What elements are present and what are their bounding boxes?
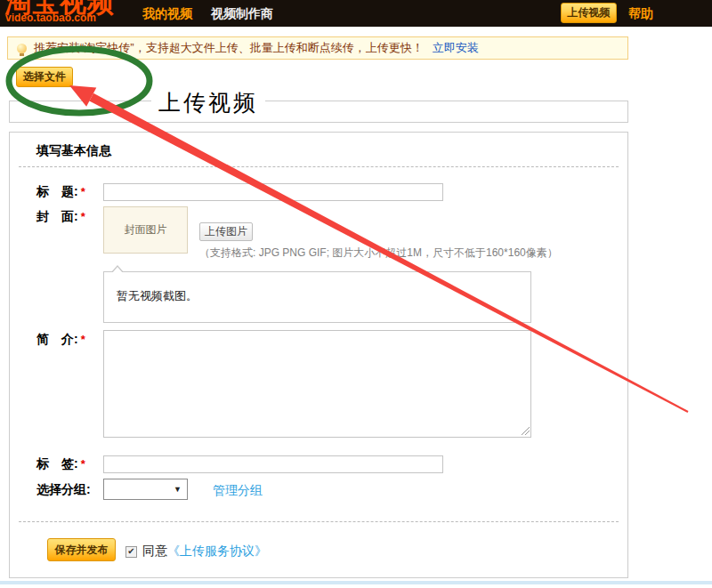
nav-item-my-videos[interactable]: 我的视频 <box>142 6 192 22</box>
chevron-down-icon: ▼ <box>174 485 182 494</box>
required-asterisk: * <box>81 457 85 471</box>
required-asterisk: * <box>81 185 85 198</box>
save-publish-button[interactable]: 保存并发布 <box>47 538 116 561</box>
manage-groups-link[interactable]: 管理分组 <box>213 483 263 499</box>
group-select[interactable]: ▼ <box>103 479 188 500</box>
description-textarea[interactable] <box>103 330 531 438</box>
top-nav: 淘宝视频 video.taobao.com 我的视频 视频制作商 上传视频 帮助 <box>0 0 712 27</box>
site-logo-subtitle: video.taobao.com <box>5 12 96 24</box>
lightbulb-icon <box>17 44 27 53</box>
upload-agreement-link[interactable]: 《上传服务协议》 <box>167 544 267 560</box>
tags-input[interactable] <box>103 455 443 473</box>
required-asterisk: * <box>81 210 85 223</box>
upload-video-button[interactable]: 上传视频 <box>561 3 617 23</box>
site-logo[interactable]: 淘宝视频 video.taobao.com <box>4 0 137 27</box>
notice-bar: 推荐安装“淘宝快传”，支持超大文件上传、批量上传和断点续传，上传更快！ 立即安装 <box>7 36 628 60</box>
section-title: 填写基本信息 <box>36 143 111 159</box>
agreement-row: ✔ 同意 《上传服务协议》 <box>125 544 267 560</box>
nav-item-video-makers[interactable]: 视频制作商 <box>211 6 273 22</box>
video-screenshot-box: 暂无视频截图。 <box>103 271 531 323</box>
page-title: 上传视频 <box>151 88 265 117</box>
page-title-box <box>9 101 628 123</box>
cover-label: 封 面:* <box>36 209 85 225</box>
tags-label: 标 签:* <box>36 456 85 472</box>
upload-form-card: 填写基本信息 标 题:* 封 面:* 封面图片 上传图片 （支持格式: JPG … <box>9 132 628 578</box>
choose-file-button[interactable]: 选择文件 <box>16 67 73 87</box>
install-now-link[interactable]: 立即安装 <box>433 40 479 56</box>
required-asterisk: * <box>81 333 85 346</box>
resize-handle-icon[interactable] <box>522 427 530 435</box>
notice-text: 推荐安装“淘宝快传”，支持超大文件上传、批量上传和断点续传，上传更快！ <box>34 40 424 56</box>
taobao-video-upload-page: 淘宝视频 video.taobao.com 我的视频 视频制作商 上传视频 帮助… <box>0 0 712 588</box>
agree-checkbox[interactable]: ✔ <box>125 546 137 558</box>
help-link[interactable]: 帮助 <box>628 6 653 22</box>
no-screenshot-text: 暂无视频截图。 <box>117 288 198 304</box>
group-label: 选择分组: <box>36 482 91 498</box>
upload-image-button[interactable]: 上传图片 <box>199 222 253 241</box>
title-label: 标 题:* <box>36 184 85 200</box>
agree-text: 同意 <box>142 544 167 560</box>
cover-image-placeholder: 封面图片 <box>103 206 188 254</box>
description-label: 简 介:* <box>36 332 85 348</box>
title-input[interactable] <box>103 183 443 201</box>
cover-format-hint: （支持格式: JPG PNG GIF; 图片大小不超过1M，尺寸不低于160*1… <box>199 246 558 261</box>
dashed-divider-bottom <box>19 521 619 522</box>
footer-strip <box>0 581 712 584</box>
dashed-divider-top <box>19 166 619 167</box>
